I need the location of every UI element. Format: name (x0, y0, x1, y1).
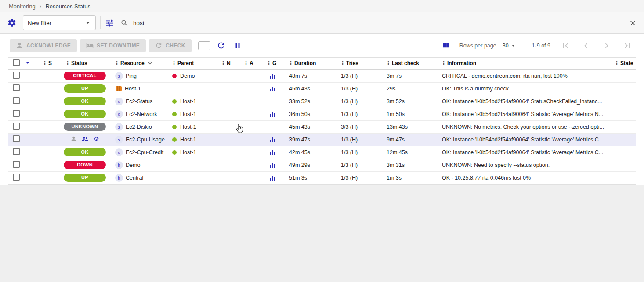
row-checkbox[interactable] (13, 135, 20, 142)
column-drag-icon[interactable]: ⋮ (243, 61, 248, 66)
column-drag-icon[interactable]: ⋮ (65, 61, 70, 66)
column-drag-icon[interactable]: ⋮ (614, 61, 619, 66)
table-row[interactable]: UP hCentral 51m 3s 1/3 (H) 1m 3s OK - 10… (8, 171, 636, 184)
state-cell (609, 120, 636, 133)
service-badge-icon: s (115, 148, 123, 156)
acknowledged-person-icon[interactable] (70, 135, 77, 144)
graph-icon[interactable] (269, 163, 276, 168)
breadcrumb-separator-icon: › (40, 3, 42, 10)
tries-value: 1/3 (H) (335, 82, 381, 95)
table-row[interactable]: OK sEc2-Cpu-Credit Host-1 42m 45s 1/3 (H… (8, 146, 636, 159)
column-header-resource[interactable]: ⋮Resource (109, 58, 166, 69)
graph-icon[interactable] (269, 73, 276, 79)
edit-columns-icon[interactable] (441, 41, 450, 50)
table-row[interactable]: CRITICAL sPing Demo 48m 7s 1/3 (H) 3m 7s… (8, 69, 636, 82)
status-badge: UP (64, 174, 106, 182)
refresh-icon[interactable] (217, 41, 226, 50)
table-row-selected[interactable]: sEc2-Cpu-Usage Host-1 39m 47s 1/3 (H) 9m… (8, 133, 636, 146)
supervisor-persons-icon[interactable] (81, 135, 89, 144)
last-page-icon[interactable] (622, 40, 633, 51)
rows-per-page-select[interactable]: 30 (503, 42, 517, 49)
set-downtime-button[interactable]: SET DOWNTIME (80, 39, 146, 52)
advanced-filters-tune-icon[interactable] (105, 18, 114, 28)
column-header-parent[interactable]: ⋮Parent (166, 58, 216, 69)
state-cell (609, 133, 636, 146)
column-header-acknowledge[interactable]: ⋮A (239, 58, 261, 69)
more-actions-button[interactable]: ... (198, 41, 210, 50)
column-drag-icon[interactable]: ⋮ (340, 61, 345, 66)
row-checkbox[interactable] (13, 148, 20, 155)
graph-icon[interactable] (269, 137, 276, 143)
status-badge: OK (64, 148, 106, 156)
row-checkbox[interactable] (13, 72, 20, 79)
first-page-icon[interactable] (560, 40, 571, 51)
graph-icon[interactable] (269, 175, 276, 181)
table-row[interactable]: DOWN hDemo 49m 29s 1/3 (H) 3m 31s UNKNOW… (8, 159, 636, 171)
check-button[interactable]: CHECK (149, 39, 192, 52)
status-badge: OK (64, 97, 106, 105)
information-value: OK - 10.25.8.77 rta 0.046ms lost 0% (436, 171, 609, 184)
column-drag-icon[interactable]: ⋮ (266, 61, 271, 66)
table-row[interactable]: UNKNOWN sEc2-Diskio Host-1 45m 43s 3/3 (… (8, 120, 636, 133)
column-header-status[interactable]: ⋮Status (60, 58, 109, 69)
column-drag-icon[interactable]: ⋮ (114, 61, 119, 66)
row-checkbox[interactable] (13, 110, 20, 117)
column-drag-icon[interactable]: ⋮ (42, 61, 47, 66)
column-header-notification[interactable]: ⋮N (216, 58, 239, 69)
host-custom-icon (115, 85, 122, 92)
column-drag-icon[interactable]: ⋮ (171, 61, 176, 66)
select-all-dropdown-icon[interactable] (24, 61, 31, 68)
last-check-value: 3m 31s (381, 159, 436, 171)
table-row[interactable]: OK sEc2-Network Host-1 36m 50s 1/3 (H) 1… (8, 108, 636, 120)
tries-value: 1/3 (H) (335, 159, 381, 171)
graph-icon[interactable] (269, 86, 276, 92)
column-header-tries[interactable]: ⋮Tries (335, 58, 381, 69)
host-badge-icon: h (115, 174, 123, 182)
pause-icon[interactable] (234, 42, 242, 50)
sort-descending-icon[interactable] (146, 60, 153, 67)
clear-search-icon[interactable] (629, 19, 637, 27)
tries-value: 1/3 (H) (335, 133, 381, 146)
breadcrumb-resources-status[interactable]: Resources Status (45, 3, 90, 10)
graph-icon[interactable] (269, 150, 276, 155)
state-cell (609, 69, 636, 82)
column-drag-icon[interactable]: ⋮ (441, 61, 446, 66)
parent-name: Host-1 (180, 111, 196, 117)
column-header-last-check[interactable]: ⋮Last check (381, 58, 436, 69)
service-badge-icon: s (115, 72, 123, 80)
previous-page-icon[interactable] (581, 40, 591, 51)
row-checkbox[interactable] (13, 97, 20, 104)
column-header-graph[interactable]: ⋮G (261, 58, 283, 69)
parent-name: Host-1 (180, 137, 196, 143)
row-checkbox[interactable] (13, 161, 20, 168)
table-row[interactable]: UP Host-1 45m 43s 1/3 (H) 29s OK: This i… (8, 82, 636, 95)
acknowledge-button[interactable]: ACKNOWLEDGE (10, 39, 77, 52)
column-drag-icon[interactable]: ⋮ (288, 61, 293, 66)
last-check-value: 1m 3s (381, 171, 436, 184)
table-row[interactable]: OK sEc2-Status Host-1 33m 52s 1/3 (H) 3m… (8, 95, 636, 108)
filter-select[interactable]: New filter (23, 15, 96, 30)
column-header-duration[interactable]: ⋮Duration (283, 58, 335, 69)
duration-value: 42m 45s (283, 146, 335, 159)
row-checkbox[interactable] (13, 174, 20, 181)
next-page-icon[interactable] (601, 40, 612, 51)
column-header-information[interactable]: ⋮Information (436, 58, 609, 69)
breadcrumb-monitoring[interactable]: Monitoring (9, 3, 36, 10)
duration-value: 49m 29s (283, 159, 335, 171)
parent-name: Demo (180, 73, 195, 79)
information-value: OK: This is a dummy check (436, 82, 609, 95)
column-header-severity[interactable]: ⋮S (37, 58, 60, 69)
autorenew-sync-icon[interactable] (93, 135, 100, 144)
graph-icon[interactable] (269, 112, 276, 117)
row-checkbox[interactable] (13, 123, 20, 130)
state-cell (609, 159, 636, 171)
column-drag-icon[interactable]: ⋮ (221, 61, 225, 66)
last-check-value: 3m 52s (381, 95, 436, 108)
select-all-checkbox[interactable] (13, 59, 20, 66)
column-drag-icon[interactable]: ⋮ (386, 61, 391, 66)
last-check-value: 1m 50s (381, 108, 436, 120)
settings-gear-icon[interactable] (7, 18, 17, 28)
column-header-state[interactable]: ⋮State (609, 58, 636, 69)
search-input[interactable] (133, 20, 624, 26)
row-checkbox[interactable] (13, 84, 20, 91)
